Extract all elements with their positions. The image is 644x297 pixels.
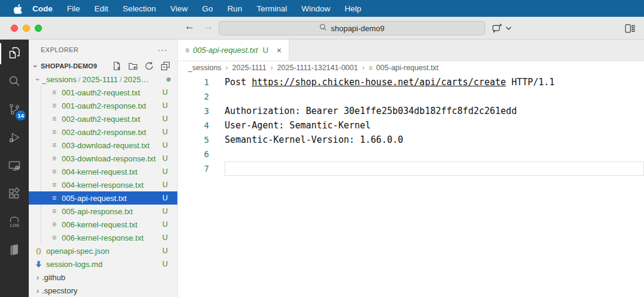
macos-menu-bar: CodeFileEditSelectionViewGoRunTerminalWi… bbox=[0, 0, 644, 17]
breadcrumb-item[interactable]: 005-api-request.txt bbox=[376, 64, 439, 72]
tree-item-file[interactable]: session-logs.mdU bbox=[29, 257, 177, 271]
customize-layout-button[interactable] bbox=[624, 22, 636, 34]
close-window-button[interactable] bbox=[11, 25, 18, 32]
menu-item-terminal[interactable]: Terminal bbox=[249, 4, 294, 13]
menu-item-code[interactable]: Code bbox=[25, 4, 60, 13]
tree-item-folder[interactable]: ›_sessions/2025-1111/2025… bbox=[29, 73, 177, 86]
menu-item-view[interactable]: View bbox=[163, 4, 195, 13]
menu-item-window[interactable]: Window bbox=[294, 4, 337, 13]
indent-guide bbox=[41, 205, 41, 218]
file-name: 001-oauth2-response.txt bbox=[62, 101, 162, 110]
activity-item-log-viewer[interactable]: LOG bbox=[0, 209, 29, 237]
window-title-bar: ← → shopapi-demo9 bbox=[0, 17, 644, 40]
activity-item-remote[interactable] bbox=[0, 152, 29, 181]
menu-item-run[interactable]: Run bbox=[220, 4, 249, 13]
tree-item-file[interactable]: ≡003-download-request.txtU bbox=[29, 139, 177, 152]
chat-sparkle-icon bbox=[491, 22, 503, 34]
menu-item-file[interactable]: File bbox=[60, 4, 87, 13]
breadcrumb-item[interactable]: 2025-1111-132141-0001 bbox=[277, 64, 358, 72]
tree-item-file[interactable]: ≡004-kernel-request.txtU bbox=[29, 165, 177, 178]
git-untracked-badge: U bbox=[162, 154, 168, 163]
text-file-icon: ≡ bbox=[49, 128, 59, 136]
activity-item-explorer[interactable] bbox=[0, 40, 29, 68]
apple-logo-icon[interactable] bbox=[10, 4, 25, 14]
code-line[interactable]: 4User-Agent: Semantic-Kernel bbox=[178, 118, 644, 133]
new-file-icon[interactable] bbox=[112, 61, 122, 71]
code-editor[interactable]: 1Post https://shop.chicken-house.net/api… bbox=[178, 74, 644, 297]
tree-item-file[interactable]: ≡003-download-response.txtU bbox=[29, 152, 177, 165]
menu-item-help[interactable]: Help bbox=[337, 4, 368, 13]
file-tree: ›_sessions/2025-1111/2025…≡001-oauth2-re… bbox=[29, 73, 177, 297]
activity-item-extensions[interactable] bbox=[0, 181, 29, 209]
layout-panels-icon bbox=[624, 22, 636, 34]
text-file-icon: ≡ bbox=[49, 101, 59, 110]
search-icon bbox=[7, 74, 22, 91]
tree-item-file[interactable]: ≡002-oauth2-response.txtU bbox=[29, 125, 177, 139]
minimize-window-button[interactable] bbox=[23, 25, 30, 32]
git-untracked-badge: U bbox=[162, 128, 168, 136]
search-icon bbox=[319, 23, 327, 33]
zoom-window-button[interactable] bbox=[35, 25, 42, 32]
explorer-more-actions-icon[interactable]: ··· bbox=[158, 45, 168, 55]
folder-name: .specstory bbox=[42, 286, 177, 295]
text-file-icon: ≡ bbox=[49, 207, 59, 215]
indent-guide bbox=[41, 191, 41, 205]
breadcrumb-item[interactable]: _sessions bbox=[188, 64, 222, 72]
code-line[interactable]: 6 bbox=[178, 147, 644, 161]
breadcrumb-item[interactable]: 2025-1111 bbox=[232, 64, 267, 72]
tree-item-file[interactable]: ≡006-kernel-request.txtU bbox=[29, 218, 177, 231]
line-number: 3 bbox=[178, 104, 209, 118]
code-line[interactable]: 3Authorization: Bearer 30e1ffe25b034db18… bbox=[178, 104, 644, 118]
tree-item-file[interactable]: ≡001-oauth2-request.txtU bbox=[29, 86, 177, 99]
chevron-right-icon: › bbox=[34, 273, 42, 282]
copilot-chat-button[interactable] bbox=[491, 22, 512, 34]
code-line[interactable]: 1Post https://shop.chicken-house.net/api… bbox=[178, 75, 644, 89]
chevron-right-icon: › bbox=[271, 64, 273, 72]
code-line[interactable]: 7 bbox=[178, 161, 644, 176]
extensions-icon bbox=[7, 187, 22, 203]
tab-close-icon[interactable]: × bbox=[277, 46, 282, 55]
tree-item-file[interactable]: ≡001-oauth2-response.txtU bbox=[29, 99, 177, 112]
indent-guide bbox=[41, 112, 41, 125]
run-debug-icon bbox=[7, 130, 22, 147]
tree-item-file[interactable]: ≡005-api-request.txtU bbox=[29, 191, 177, 205]
tree-item-file[interactable]: ≡004-kernel-response.txtU bbox=[29, 178, 177, 191]
text-file-icon: ≡ bbox=[49, 181, 59, 189]
git-untracked-badge: U bbox=[162, 101, 168, 110]
text-file-icon: ≡ bbox=[49, 115, 59, 123]
menu-item-edit[interactable]: Edit bbox=[87, 4, 116, 13]
command-center-search[interactable]: shopapi-demo9 bbox=[219, 21, 485, 35]
text-file-icon: ≡ bbox=[49, 220, 59, 229]
chevron-right-icon: › bbox=[34, 286, 42, 295]
breadcrumb: _sessions›2025-1111›2025-1111-132141-000… bbox=[178, 61, 644, 74]
git-untracked-badge: U bbox=[162, 181, 168, 189]
activity-item-docs[interactable] bbox=[0, 237, 29, 265]
indent-guide bbox=[41, 178, 41, 191]
refresh-icon[interactable] bbox=[144, 61, 154, 71]
navigate-back-icon[interactable]: ← bbox=[185, 20, 195, 32]
tree-item-folder[interactable]: ›.github bbox=[29, 271, 177, 284]
menu-item-selection[interactable]: Selection bbox=[116, 4, 164, 13]
detected-link[interactable]: https://shop.chicken-house.net/api/carts… bbox=[252, 77, 506, 88]
code-line[interactable]: 2 bbox=[178, 89, 644, 104]
tab-label: 005-api-request.txt bbox=[193, 46, 258, 55]
code-line[interactable]: 5Semantic-Kernel-Version: 1.66.0.0 bbox=[178, 133, 644, 147]
new-folder-icon[interactable] bbox=[128, 61, 138, 71]
activity-item-source-control[interactable]: 14 bbox=[0, 96, 29, 124]
activity-item-search[interactable] bbox=[0, 68, 29, 96]
menu-item-go[interactable]: Go bbox=[195, 4, 220, 13]
indent-guide bbox=[41, 165, 41, 178]
chevron-down-icon: › bbox=[34, 75, 43, 83]
tree-item-file[interactable]: ≡005-api-response.txtU bbox=[29, 205, 177, 218]
workspace-root-row[interactable]: › SHOPAPI-DEMO9 bbox=[29, 59, 177, 73]
tree-item-file[interactable]: ≡006-kernel-response.txtU bbox=[29, 231, 177, 244]
explorer-sidebar: EXPLORER ··· › SHOPAPI-DEMO9 ›_sessions/… bbox=[29, 40, 178, 297]
tree-item-file[interactable]: {}openapi-spec.jsonU bbox=[29, 244, 177, 257]
tree-item-file[interactable]: ≡002-oauth2-request.txtU bbox=[29, 112, 177, 125]
git-untracked-badge: U bbox=[162, 207, 168, 215]
activity-item-run-debug[interactable] bbox=[0, 124, 29, 152]
collapse-all-icon[interactable] bbox=[161, 61, 170, 71]
tab-005-api-request[interactable]: ≡ 005-api-request.txt U × bbox=[178, 40, 289, 61]
tree-item-folder[interactable]: ›.specstory bbox=[29, 284, 177, 297]
line-number: 4 bbox=[178, 118, 209, 133]
